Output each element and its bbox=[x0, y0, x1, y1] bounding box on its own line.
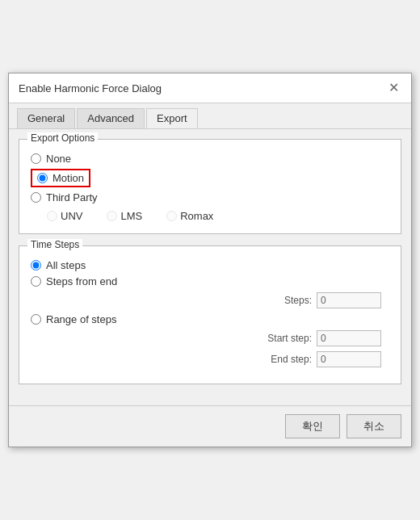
radio-range-of-steps[interactable] bbox=[31, 314, 41, 325]
tab-export[interactable]: Export bbox=[146, 108, 198, 128]
tab-bar: General Advanced Export bbox=[9, 103, 411, 129]
title-bar: Enable Harmonic Force Dialog ✕ bbox=[9, 73, 411, 103]
option-steps-from-end-label: Steps from end bbox=[46, 275, 117, 287]
close-button[interactable]: ✕ bbox=[385, 80, 401, 96]
option-motion-label: Motion bbox=[52, 172, 84, 184]
confirm-button[interactable]: 확인 bbox=[285, 414, 340, 438]
option-range-of-steps-label: Range of steps bbox=[46, 313, 116, 325]
steps-input[interactable] bbox=[317, 292, 381, 308]
radio-motion[interactable] bbox=[37, 173, 48, 183]
steps-field-row: Steps: bbox=[31, 292, 389, 308]
option-motion[interactable]: Motion bbox=[31, 169, 90, 187]
steps-label: Steps: bbox=[284, 295, 312, 306]
radio-all-steps[interactable] bbox=[31, 260, 41, 270]
export-options-group: Export Options None Motion bbox=[19, 139, 401, 234]
option-all-steps-label: All steps bbox=[46, 259, 86, 271]
start-step-input[interactable] bbox=[317, 330, 381, 346]
export-options-title: Export Options bbox=[27, 132, 98, 144]
dialog-footer: 확인 취소 bbox=[9, 405, 411, 447]
radio-unv bbox=[47, 211, 57, 221]
option-range-of-steps[interactable]: Range of steps bbox=[31, 313, 389, 325]
radio-steps-from-end[interactable] bbox=[31, 276, 41, 287]
sub-option-lms: LMS bbox=[107, 210, 142, 222]
export-options-content: None Motion Third Party bbox=[31, 153, 389, 222]
tab-general[interactable]: General bbox=[17, 108, 75, 128]
end-step-field-row: End step: bbox=[31, 351, 389, 367]
radio-third-party[interactable] bbox=[31, 192, 41, 203]
time-steps-group: Time Steps All steps Steps from end Step… bbox=[19, 245, 401, 384]
radio-lms bbox=[107, 211, 117, 221]
sub-options: UNV LMS Romax bbox=[47, 210, 389, 222]
option-none[interactable]: None bbox=[31, 153, 389, 165]
option-third-party[interactable]: Third Party bbox=[31, 191, 389, 203]
enable-harmonic-force-dialog: Enable Harmonic Force Dialog ✕ General A… bbox=[8, 73, 412, 447]
start-step-field-row: Start step: bbox=[31, 330, 389, 346]
dialog-title: Enable Harmonic Force Dialog bbox=[19, 82, 162, 94]
sub-option-unv: UNV bbox=[47, 210, 82, 222]
option-steps-from-end[interactable]: Steps from end bbox=[31, 275, 389, 287]
start-step-label: Start step: bbox=[267, 333, 312, 344]
option-none-label: None bbox=[46, 153, 71, 165]
radio-romax bbox=[166, 211, 177, 221]
tab-advanced[interactable]: Advanced bbox=[77, 108, 145, 128]
sub-option-romax: Romax bbox=[166, 210, 213, 222]
option-all-steps[interactable]: All steps bbox=[31, 259, 389, 271]
dialog-content: Export Options None Motion bbox=[9, 129, 411, 405]
sub-option-lms-label: LMS bbox=[120, 210, 142, 222]
time-steps-content: All steps Steps from end Steps: Range of… bbox=[31, 259, 389, 367]
option-third-party-label: Third Party bbox=[46, 191, 98, 203]
radio-none[interactable] bbox=[31, 153, 41, 164]
time-steps-title: Time Steps bbox=[27, 239, 82, 250]
sub-option-romax-label: Romax bbox=[180, 210, 213, 222]
cancel-button[interactable]: 취소 bbox=[346, 414, 401, 438]
end-step-input[interactable] bbox=[317, 351, 381, 367]
sub-option-unv-label: UNV bbox=[61, 210, 82, 222]
end-step-label: End step: bbox=[271, 354, 312, 365]
